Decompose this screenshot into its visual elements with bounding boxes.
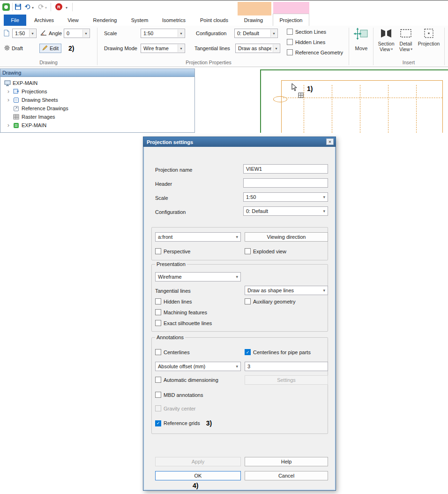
drawing-canvas[interactable]: 1): [196, 68, 448, 133]
chevron-down-icon[interactable]: ▾: [32, 6, 34, 10]
offset-value-input[interactable]: 3: [245, 362, 328, 371]
chevron-down-icon[interactable]: ▾: [45, 6, 47, 10]
hidden-lines-dialog-checkbox[interactable]: Hidden lines: [155, 298, 192, 304]
ribbon: 1:50 ▾ Angle 0 ▾ Draft Edit 2) Scale 1:5…: [0, 26, 448, 67]
dialog-configuration-label: Configuration: [155, 209, 186, 215]
section-lines-checkbox[interactable]: Section Lines: [287, 29, 326, 35]
draft-button[interactable]: Draft: [2, 44, 25, 53]
redo-icon[interactable]: [37, 4, 44, 11]
viewing-direction-button[interactable]: Viewing direction: [245, 232, 328, 242]
dialog-scale-select[interactable]: 1:50 ▾: [243, 192, 328, 202]
annotation-step-2: 2): [68, 45, 74, 52]
tree-item-drawing-sheets[interactable]: › Drawing Sheets: [0, 96, 194, 104]
mbd-annotations-checkbox[interactable]: MBD annotations: [155, 392, 203, 398]
tree-item-label: EXP-MAIN: [13, 80, 37, 86]
reference-geometry-checkbox[interactable]: Reference Geometry: [287, 49, 343, 55]
move-label: Move: [355, 46, 368, 51]
edit-button[interactable]: Edit: [39, 44, 61, 53]
automatic-dimensioning-checkbox[interactable]: Automatic dimensioning: [155, 377, 218, 383]
machining-features-checkbox[interactable]: Machining features: [155, 309, 207, 315]
tree-panel-title[interactable]: Drawing: [0, 69, 194, 77]
application-window: ▾ ▾ R ▾ File Archives View Rendering Sys…: [0, 0, 448, 494]
move-button[interactable]: Move: [350, 28, 373, 51]
offset-mode-select[interactable]: Absolute offset (mm) ▾: [155, 362, 241, 371]
datum-label: [273, 96, 287, 102]
app-logo-icon[interactable]: [2, 3, 10, 11]
centerlines-checkbox[interactable]: Centerlines: [155, 349, 190, 355]
chevron-down-icon[interactable]: ▾: [66, 6, 67, 10]
centerlines-pipe-checkbox[interactable]: ✓ Centerlines for pipe parts: [245, 349, 311, 355]
tree-item-exp-main[interactable]: EXP-MAIN: [0, 79, 194, 87]
section-view-label-line1: Section: [378, 41, 394, 46]
dialog-tangential-select[interactable]: Draw as shape lines ▾: [245, 286, 328, 295]
reference-grids-checkbox[interactable]: ✓ Reference grids 3): [155, 419, 212, 427]
expand-chevron-icon[interactable]: ›: [6, 98, 11, 102]
tab-projection[interactable]: Projection: [273, 14, 309, 26]
configuration-combo[interactable]: 0: Default ▾: [234, 29, 278, 38]
tree-item-exp-main-part[interactable]: › EXP-MAIN: [0, 121, 194, 129]
presentation-select[interactable]: Wireframe ▾: [155, 272, 241, 281]
save-icon[interactable]: [15, 4, 21, 10]
record-icon[interactable]: R: [55, 3, 62, 10]
exploded-view-checkbox[interactable]: Exploded view: [245, 248, 286, 254]
tree-item-label: Reference Drawings: [22, 106, 68, 111]
view-direction-select[interactable]: a:front ▾: [155, 232, 241, 242]
angle-label: Angle: [49, 30, 62, 36]
group-separator: [349, 28, 349, 65]
dialog-title-bar[interactable]: Projection settings: [143, 137, 336, 147]
tab-system[interactable]: System: [127, 15, 153, 26]
expand-chevron-icon[interactable]: ›: [6, 89, 11, 94]
tab-isometrics[interactable]: Isometrics: [159, 15, 188, 26]
ok-button[interactable]: OK: [155, 471, 241, 480]
drawing-mode-combo[interactable]: Wire frame ▾: [141, 44, 185, 53]
draft-icon: [4, 45, 10, 52]
tree-item-projections[interactable]: › Projections: [0, 87, 194, 96]
auxiliary-geometry-checkbox[interactable]: Auxiliary geometry: [245, 298, 295, 304]
tangential-lines-value: Draw as shape: [238, 46, 271, 51]
tree-item-reference-drawings[interactable]: Reference Drawings: [0, 104, 194, 113]
dialog-tangential-value: Draw as shape lines: [247, 288, 294, 293]
expand-chevron-icon[interactable]: ›: [6, 123, 11, 128]
dialog-configuration-select[interactable]: 0: Default ▾: [243, 206, 328, 216]
chevron-down-icon[interactable]: ▾: [82, 30, 89, 37]
tab-rendering[interactable]: Rendering: [89, 15, 121, 26]
drawing-document-icon: [4, 80, 11, 86]
header-input[interactable]: [243, 178, 328, 188]
chevron-down-icon[interactable]: ▾: [178, 30, 184, 37]
section-view-button[interactable]: Section View▾: [376, 28, 396, 52]
tab-archives[interactable]: Archives: [30, 15, 58, 26]
perspective-checkbox[interactable]: Perspective: [155, 248, 190, 254]
hidden-lines-label: Hidden lines: [164, 299, 192, 304]
chevron-down-icon[interactable]: ▾: [273, 45, 279, 52]
tab-drawing[interactable]: Drawing: [239, 15, 268, 26]
chevron-down-icon[interactable]: ▾: [270, 30, 277, 37]
angle-combo[interactable]: 0 ▾: [64, 29, 90, 38]
tree-item-raster-images[interactable]: Raster Images: [0, 113, 194, 121]
grid-line: [360, 85, 360, 133]
exact-silhouette-checkbox[interactable]: Exact silhouette lines: [155, 320, 212, 326]
header-label: Header: [155, 181, 172, 187]
chevron-down-icon: ▾: [323, 195, 325, 199]
part-document-icon: [13, 122, 20, 129]
chevron-down-icon[interactable]: ▾: [178, 45, 184, 52]
tab-file[interactable]: File: [4, 15, 26, 26]
undo-icon[interactable]: [24, 4, 31, 11]
tangential-lines-combo[interactable]: Draw as shape ▾: [235, 44, 280, 53]
help-button[interactable]: Help: [245, 457, 328, 466]
projection-button[interactable]: Projection: [415, 28, 442, 46]
tab-point-clouds[interactable]: Point clouds: [197, 15, 231, 26]
detail-view-button[interactable]: Detail View▾: [396, 28, 415, 52]
drawing-mode-value: Wire frame: [143, 46, 169, 51]
chevron-down-icon[interactable]: ▾: [29, 30, 36, 37]
projection-name-input[interactable]: VIEW1: [243, 164, 328, 174]
quick-scale-combo[interactable]: 1:50 ▾: [12, 29, 37, 38]
tree-item-label: Projections: [22, 89, 47, 94]
checkbox-box: [155, 377, 161, 383]
tab-view[interactable]: View: [64, 15, 82, 26]
hidden-lines-checkbox[interactable]: Hidden Lines: [287, 39, 325, 45]
cancel-button[interactable]: Cancel: [245, 471, 328, 480]
scale-combo[interactable]: 1:50 ▾: [141, 29, 185, 38]
raster-grid-icon: [13, 114, 20, 120]
close-icon[interactable]: ×: [326, 138, 334, 145]
settings-button-label: Settings: [277, 377, 296, 383]
